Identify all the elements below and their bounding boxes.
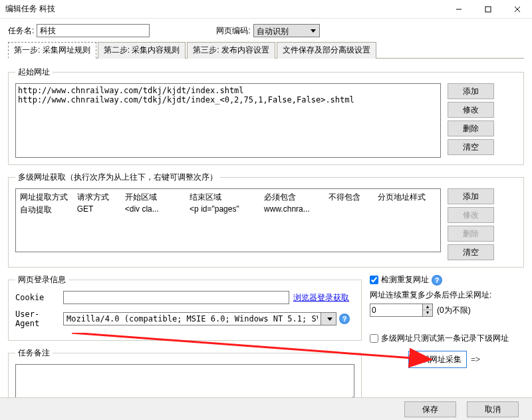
svg-rect-1 (485, 7, 491, 12)
encoding-select[interactable]: 自动识别 (253, 24, 320, 37)
save-button[interactable]: 保存 (404, 401, 456, 417)
start-delete-button[interactable]: 删除 (448, 120, 494, 136)
multi-url-group: 多级网址获取（执行次序为从上往下，右键可调整次序） 网址提取方式 请求方式 开始… (8, 172, 524, 268)
help-icon[interactable]: ? (432, 275, 442, 286)
encoding-label: 网页编码: (216, 25, 250, 37)
table-row[interactable]: 自动提取 GET <div cla... <p id="pages" www.c… (20, 204, 436, 216)
multi-url-legend: 多级网址获取（执行次序为从上往下，右键可调整次序） (15, 172, 220, 183)
tab-step3[interactable]: 第三步: 发布内容设置 (187, 42, 275, 59)
start-url-legend: 起始网址 (15, 67, 53, 78)
dup-check[interactable] (370, 276, 378, 284)
start-url-group: 起始网址 http://www.chnrailway.com/tdkj/kjdt… (8, 67, 524, 165)
maximize-button[interactable] (473, 0, 503, 19)
start-edit-button[interactable]: 修改 (448, 102, 494, 118)
test-url-button[interactable]: 测试网址采集 (408, 351, 467, 368)
ua-dropdown[interactable] (321, 312, 336, 325)
multi-edit-button[interactable]: 修改 (448, 207, 494, 223)
task-name-input[interactable] (37, 24, 150, 37)
footer: 保存 取消 (0, 397, 532, 420)
multi-clear-button[interactable]: 清空 (448, 244, 494, 260)
tab-step2[interactable]: 第二步: 采集内容规则 (98, 42, 186, 59)
tab-step1[interactable]: 第一步: 采集网址规则 (8, 42, 96, 59)
window-title: 编辑任务 科技 (0, 3, 55, 15)
cancel-button[interactable]: 取消 (467, 401, 519, 417)
help-icon[interactable]: ? (339, 314, 350, 324)
sub-test-check[interactable] (370, 334, 378, 343)
close-button[interactable] (503, 0, 532, 19)
cookie-label: Cookie (15, 293, 63, 302)
start-url-textarea[interactable]: http://www.chnrailway.com/tdkj/kjdt/inde… (15, 83, 441, 158)
ua-input[interactable] (63, 312, 321, 325)
titlebar: 编辑任务 科技 (0, 0, 532, 19)
dup-check-label: 检测重复网址 (381, 274, 429, 286)
remark-legend: 任务备注 (15, 347, 53, 359)
tab-bar: 第一步: 采集网址规则 第二步: 采集内容规则 第三步: 发布内容设置 文件保存… (8, 41, 524, 59)
start-clear-button[interactable]: 清空 (448, 139, 494, 155)
repeat-spin[interactable]: ▲▼ (370, 304, 433, 317)
multi-add-button[interactable]: 添加 (448, 188, 494, 204)
repeat-label: 网址连续重复多少条后停止采网址: (370, 290, 519, 301)
repeat-hint: (0为不限) (437, 305, 471, 316)
ua-label: User-Agent (15, 310, 63, 328)
multi-url-table[interactable]: 网址提取方式 请求方式 开始区域 结束区域 必须包含 不得包含 分页地址样式 自… (15, 188, 441, 252)
task-name-label: 任务名: (8, 25, 34, 37)
browser-login-link[interactable]: 浏览器登录获取 (293, 292, 349, 304)
sub-test-label: 多级网址只测试第一条记录下级网址 (381, 333, 509, 344)
arrow-right-icon: => (471, 355, 480, 364)
start-add-button[interactable]: 添加 (448, 83, 494, 99)
table-header: 网址提取方式 请求方式 开始区域 结束区域 必须包含 不得包含 分页地址样式 (20, 192, 436, 203)
multi-delete-button[interactable]: 删除 (448, 226, 494, 242)
cookie-input[interactable] (63, 291, 289, 304)
tab-filesave[interactable]: 文件保存及部分高级设置 (277, 42, 376, 59)
minimize-button[interactable] (444, 0, 473, 19)
login-legend: 网页登录信息 (15, 274, 68, 286)
login-group: 网页登录信息 Cookie 浏览器登录获取 User-Agent ? (8, 274, 362, 341)
